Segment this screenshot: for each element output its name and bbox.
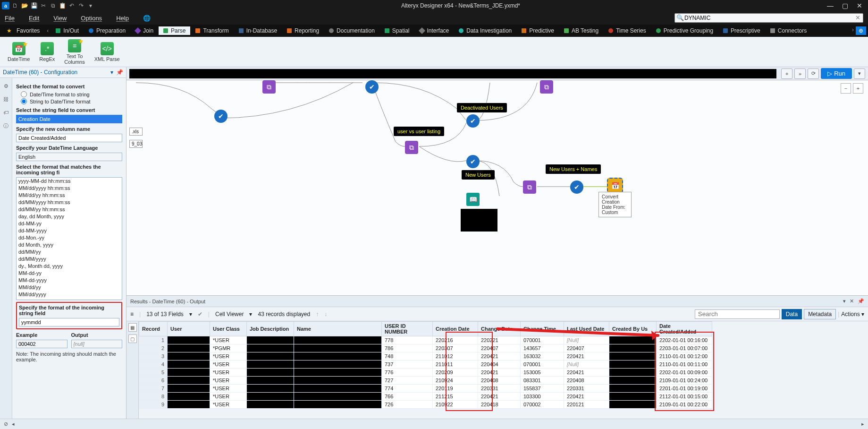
cell[interactable]: 103300 <box>521 393 564 401</box>
cell[interactable] <box>247 401 294 409</box>
tool-texttocol[interactable]: ≡★Text To Columns <box>64 39 84 65</box>
cell[interactable] <box>294 344 382 352</box>
newcol-input[interactable] <box>16 134 122 142</box>
column-header[interactable]: Last Used Date <box>564 322 609 336</box>
column-header[interactable]: Change Time <box>521 322 564 336</box>
cell[interactable]: 2110-01-01 00:11:00 <box>657 360 712 369</box>
format-option[interactable]: MM/dd/yyyy hh:mm:ss <box>17 185 122 192</box>
cell[interactable]: 220331 <box>564 385 609 393</box>
menu-globe-icon[interactable]: 🌐 <box>143 15 151 22</box>
workflow-canvas[interactable]: − + .xls 9_03 ✔ ⧉ ✔ <box>126 80 868 296</box>
cell[interactable] <box>294 377 382 385</box>
menu-options[interactable]: Options <box>81 15 102 22</box>
chevron-right-icon[interactable]: › <box>850 26 856 35</box>
column-header[interactable]: Name <box>294 322 382 336</box>
actions-menu[interactable]: Actions ▾ <box>841 311 864 317</box>
cell[interactable]: 220307 <box>433 344 478 352</box>
table-row[interactable]: 2*PGMR7862203072204071436572204072203-01… <box>139 344 712 352</box>
cell[interactable]: *USER <box>210 385 247 393</box>
run-dropdown-icon[interactable]: ▾ <box>854 69 865 79</box>
workflow-tab[interactable] <box>129 69 776 78</box>
collapse-icon[interactable]: ▾ <box>843 298 846 304</box>
cell[interactable]: [Null] <box>564 360 609 369</box>
cell[interactable] <box>168 344 210 352</box>
zoom-out-icon[interactable]: − <box>841 83 851 94</box>
column-header[interactable]: User <box>168 322 210 336</box>
column-header[interactable]: Change Date <box>478 322 521 336</box>
format-option[interactable]: dd-MM-yy <box>17 220 122 227</box>
cell[interactable]: 726 <box>382 401 433 409</box>
minimize-icon[interactable]: ― <box>827 2 834 9</box>
tool-xmlparse[interactable]: </>XML Parse <box>94 42 120 62</box>
palette-predgroup[interactable]: Predictive Grouping <box>651 26 718 35</box>
cell[interactable]: 220221 <box>478 336 521 344</box>
cell[interactable]: 220404 <box>478 360 521 369</box>
browse-tool[interactable]: 📖 <box>466 193 480 206</box>
stringfield-select[interactable]: Creation Date <box>16 115 122 123</box>
cell[interactable] <box>294 336 382 344</box>
format-option[interactable]: dd/MM/yy <box>17 249 122 256</box>
column-header[interactable]: User Class <box>210 322 247 336</box>
table-row[interactable]: 3*USER7482110122204211630322204212110-01… <box>139 352 712 360</box>
filter-tool-4[interactable]: ✔ <box>466 155 480 168</box>
cut-icon[interactable]: ✂ <box>40 2 47 9</box>
format-option[interactable]: MM/dd/yy hh:mm:ss <box>17 192 122 199</box>
cell[interactable]: *USER <box>210 360 247 369</box>
cell[interactable]: 786 <box>382 344 433 352</box>
cell[interactable] <box>609 352 657 360</box>
format-option[interactable]: MM-dd-yy <box>17 270 122 277</box>
cell[interactable]: 5 <box>139 369 168 377</box>
cell[interactable]: 070001 <box>521 360 564 369</box>
cell[interactable]: 220331 <box>478 385 521 393</box>
refresh-icon[interactable]: ⟳ <box>808 69 819 79</box>
metadata-view-button[interactable]: Metadata <box>804 309 836 319</box>
palette-add[interactable]: ⊕ <box>856 26 866 35</box>
cell[interactable]: 083301 <box>521 377 564 385</box>
results-search-input[interactable] <box>695 309 780 319</box>
cell[interactable]: 211012 <box>433 352 478 360</box>
join-tool-2[interactable]: ⧉ <box>405 141 418 154</box>
cell[interactable]: 8 <box>139 393 168 401</box>
cell[interactable] <box>247 336 294 344</box>
cell[interactable] <box>168 336 210 344</box>
cell[interactable] <box>247 352 294 360</box>
radio-str2dt[interactable] <box>21 98 27 104</box>
cell[interactable] <box>294 369 382 377</box>
format-option[interactable]: MM/dd/yy <box>17 284 122 291</box>
format-option[interactable]: dd-Mon.-yy <box>17 234 122 241</box>
menu-help[interactable]: Help <box>116 15 129 22</box>
cell[interactable] <box>609 401 657 409</box>
cell[interactable]: 143657 <box>521 344 564 352</box>
maximize-icon[interactable]: ▢ <box>842 2 848 9</box>
cell[interactable]: 211215 <box>433 393 478 401</box>
cell[interactable]: *USER <box>210 401 247 409</box>
tool-datetime[interactable]: 📅★DateTime <box>8 42 30 62</box>
join-tool-3[interactable]: ⧉ <box>540 80 553 94</box>
data-view-button[interactable]: Data <box>782 309 802 319</box>
join-tool[interactable]: ⧉ <box>262 80 276 94</box>
cell[interactable] <box>168 377 210 385</box>
cell[interactable]: 1 <box>139 336 168 344</box>
cell[interactable] <box>247 377 294 385</box>
search-input[interactable] <box>674 13 863 23</box>
cell[interactable]: 2202-01-01 00:16:00 <box>657 336 712 344</box>
cell[interactable]: 220407 <box>478 344 521 352</box>
menu-edit[interactable]: Edit <box>29 15 39 22</box>
table-row[interactable]: 7*USER7742201192203311558372203312201-01… <box>139 385 712 393</box>
datetime-tool-selected[interactable]: 📅 <box>607 178 623 194</box>
cell[interactable]: 220421 <box>564 393 609 401</box>
column-header[interactable]: Job Description <box>247 322 294 336</box>
cell[interactable]: 210924 <box>433 377 478 385</box>
filter-tool-5[interactable]: ✔ <box>570 180 583 194</box>
tool-regex[interactable]: .*RegEx <box>39 42 55 62</box>
cell[interactable]: 153005 <box>521 369 564 377</box>
table-row[interactable]: 1*USER778220216220221070001[Null]2202-01… <box>139 336 712 344</box>
join-tool-4[interactable]: ⧉ <box>523 180 536 194</box>
cell[interactable]: 210922 <box>433 401 478 409</box>
cell[interactable]: 220408 <box>564 377 609 385</box>
info-icon[interactable]: ⓘ <box>2 121 10 130</box>
nav-down-icon[interactable]: ↓ <box>324 311 327 317</box>
palette-documentation[interactable]: Documentation <box>324 26 379 35</box>
cell[interactable] <box>609 369 657 377</box>
column-header[interactable]: Date Created/Added <box>657 322 712 336</box>
